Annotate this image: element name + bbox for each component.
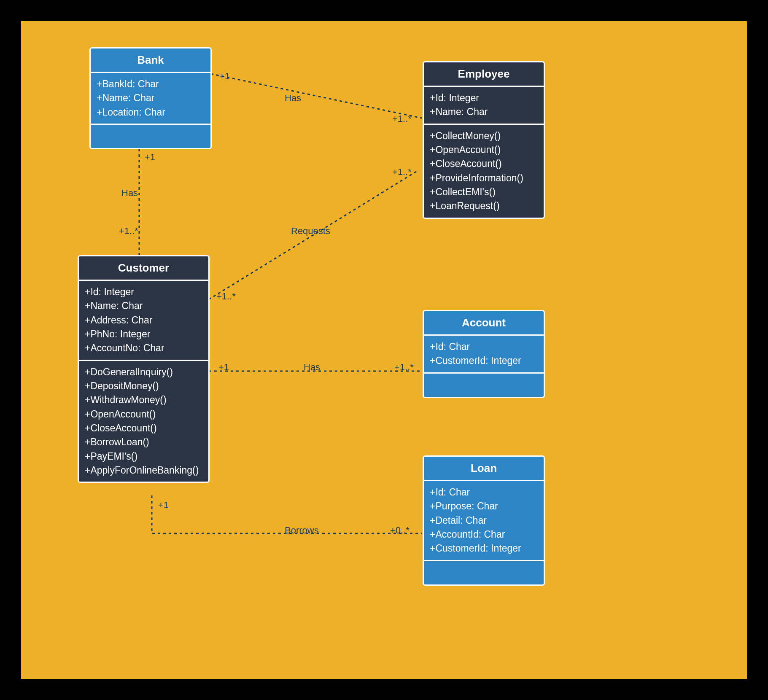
class-employee-attrs: +Id: Integer +Name: Char (424, 87, 544, 125)
op: +WithdrawMoney() (85, 393, 202, 407)
label-customer-account: Has (304, 362, 320, 373)
attr: +Detail: Char (430, 514, 538, 528)
class-account[interactable]: Account +Id: Char +CustomerId: Integer (423, 310, 545, 398)
op: +CollectEMI's() (430, 185, 538, 199)
label-bank-customer: Has (121, 188, 138, 199)
attr: +Address: Char (85, 313, 202, 327)
class-loan-ops (424, 561, 544, 584)
class-bank-title: Bank (91, 48, 210, 73)
class-loan-attrs: +Id: Char +Purpose: Char +Detail: Char +… (424, 481, 544, 561)
class-loan-title: Loan (424, 457, 544, 481)
class-customer-ops: +DoGeneralInquiry() +DepositMoney() +Wit… (79, 361, 208, 482)
mult-customer-employee-2: +1..* (392, 167, 412, 178)
attr: +Id: Integer (430, 91, 538, 105)
label-customer-employee: Requests (291, 226, 330, 237)
mult-customer-account-2: +1..* (394, 362, 414, 373)
op: +PayEMI's() (85, 450, 202, 463)
class-bank-ops (91, 125, 210, 148)
mult-customer-account-1: +1 (218, 362, 229, 373)
mult-customer-employee-1: +1..* (216, 291, 236, 302)
mult-bank-employee-1: +1 (219, 71, 230, 82)
op: +ApplyForOnlineBanking() (85, 463, 202, 477)
attr: +Name: Char (97, 91, 205, 105)
class-customer-attrs: +Id: Integer +Name: Char +Address: Char … (79, 281, 208, 361)
mult-bank-customer-2: +1..* (119, 226, 138, 237)
op: +OpenAccount() (85, 407, 202, 421)
class-bank[interactable]: Bank +BankId: Char +Name: Char +Location… (89, 47, 212, 149)
attr: +Id: Integer (85, 285, 202, 299)
class-employee-title: Employee (424, 62, 544, 87)
op: +OpenAccount() (430, 143, 538, 157)
op: +CloseAccount() (85, 421, 202, 435)
op: +CollectMoney() (430, 129, 538, 143)
attr: +Name: Char (430, 105, 538, 119)
class-customer-title: Customer (79, 256, 208, 281)
label-bank-employee: Has (285, 93, 301, 104)
mult-customer-loan-2: +0..* (390, 525, 410, 536)
attr: +AccountNo: Char (85, 341, 202, 355)
class-bank-attrs: +BankId: Char +Name: Char +Location: Cha… (91, 73, 210, 125)
mult-bank-customer-1: +1 (145, 152, 155, 163)
mult-customer-loan-1: +1 (158, 500, 169, 511)
op: +DepositMoney() (85, 379, 202, 393)
attr: +Location: Char (97, 105, 205, 119)
mult-bank-employee-2: +1..* (392, 113, 412, 124)
class-account-title: Account (424, 311, 544, 336)
label-customer-loan: Borrows (285, 525, 319, 536)
class-account-attrs: +Id: Char +CustomerId: Integer (424, 336, 544, 374)
attr: +PhNo: Integer (85, 327, 202, 341)
rel-bank-employee (211, 74, 422, 118)
class-customer[interactable]: Customer +Id: Integer +Name: Char +Addre… (78, 255, 210, 483)
class-account-ops (424, 374, 544, 397)
class-loan[interactable]: Loan +Id: Char +Purpose: Char +Detail: C… (423, 455, 545, 586)
class-employee-ops: +CollectMoney() +OpenAccount() +CloseAcc… (424, 125, 544, 218)
attr: +CustomerId: Integer (430, 354, 538, 368)
attr: +AccountId: Char (430, 528, 538, 541)
op: +DoGeneralInquiry() (85, 365, 202, 379)
class-employee[interactable]: Employee +Id: Integer +Name: Char +Colle… (423, 61, 545, 219)
op: +CloseAccount() (430, 157, 538, 171)
diagram-canvas: +1 Has +1..* +1 Has +1..* +1..* Requests… (21, 21, 747, 679)
attr: +Name: Char (85, 299, 202, 313)
attr: +Id: Char (430, 340, 538, 354)
op: +BorrowLoan() (85, 435, 202, 449)
op: +ProvideInformation() (430, 171, 538, 185)
attr: +CustomerId: Integer (430, 541, 538, 555)
attr: +Id: Char (430, 485, 538, 499)
attr: +BankId: Char (97, 77, 205, 91)
attr: +Purpose: Char (430, 499, 538, 513)
op: +LoanRequest() (430, 199, 538, 213)
